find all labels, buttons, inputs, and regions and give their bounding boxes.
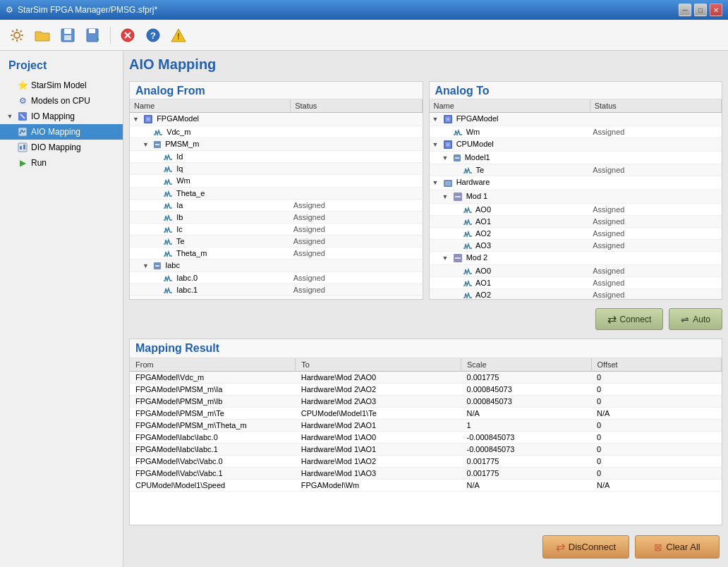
- mapping-from: FPGAModel\PMSM_m\Ib: [130, 396, 296, 408]
- mapping-from: FPGAModel\Vabc\Vabc.1: [130, 468, 296, 480]
- mapping-col-to: To: [296, 358, 461, 372]
- analog-from-row[interactable]: Iabc.0 Assigned: [130, 272, 422, 284]
- mapping-from: FPGAModel\Vdc_m: [130, 372, 296, 384]
- dio-icon: [17, 142, 28, 153]
- minimize-button[interactable]: ─: [679, 4, 691, 16]
- analog-to-row[interactable]: ▼ CPUModel: [430, 138, 722, 152]
- analog-from-row[interactable]: ▼ PMSM_m: [130, 138, 422, 151]
- analog-to-row[interactable]: ▼ Mod 1: [430, 190, 722, 203]
- analog-from-row[interactable]: Vdc_m: [130, 126, 422, 138]
- analog-from-row[interactable]: Ib Assigned: [130, 211, 422, 223]
- col-header-status-to: Status: [590, 99, 721, 113]
- settings-icon[interactable]: [6, 24, 28, 47]
- status-cell: [291, 296, 422, 299]
- sidebar-label-aio: AIO Mapping: [31, 127, 80, 137]
- mapping-to: CPUModel\Model1\Te: [296, 408, 461, 420]
- analog-to-row[interactable]: AO2 Assigned: [430, 289, 722, 299]
- mapping-result-panel: Mapping Result From To Scale Offset FPGA…: [129, 339, 722, 525]
- analog-to-row[interactable]: AO0 Assigned: [430, 203, 722, 215]
- analog-from-row[interactable]: Ic Assigned: [130, 223, 422, 235]
- mapping-row[interactable]: FPGAModel\Iabc\Iabc.1 Hardware\Mod 1\AO1…: [130, 444, 722, 456]
- clear-all-button[interactable]: ⊠ Clear All: [635, 535, 720, 559]
- analog-from-row[interactable]: ▼ FPGAModel: [130, 113, 422, 126]
- sidebar-item-dio-mapping[interactable]: DIO Mapping: [0, 140, 123, 155]
- help-icon[interactable]: ?: [142, 24, 164, 47]
- mapping-row[interactable]: FPGAModel\PMSM_m\Ia Hardware\Mod 2\AO2 0…: [130, 384, 722, 396]
- analog-from-row[interactable]: Theta_m Assigned: [130, 248, 422, 260]
- mapping-table-scroll[interactable]: From To Scale Offset FPGAModel\Vdc_m Har…: [130, 358, 722, 525]
- auto-button[interactable]: ⇌ Auto: [669, 308, 722, 330]
- folder-icon[interactable]: [31, 24, 54, 47]
- analog-from-row[interactable]: Te Assigned: [130, 235, 422, 247]
- save-as-icon[interactable]: [82, 24, 104, 47]
- analog-to-row[interactable]: ▼ Mod 2: [430, 252, 722, 265]
- mapping-row[interactable]: FPGAModel\PMSM_m\Te CPUModel\Model1\Te N…: [130, 408, 722, 420]
- io-icon: [17, 111, 28, 122]
- analog-to-row[interactable]: ▼ Model1: [430, 152, 722, 164]
- analog-to-row[interactable]: AO2 Assigned: [430, 227, 722, 239]
- analog-to-row[interactable]: AO0 Assigned: [430, 265, 722, 277]
- analog-from-row[interactable]: Iq: [130, 163, 422, 175]
- svg-rect-31: [447, 143, 449, 146]
- analog-to-row[interactable]: Wm Assigned: [430, 126, 722, 138]
- analog-from-row[interactable]: Wm: [130, 175, 422, 187]
- analog-to-scroll[interactable]: Name Status ▼ FPGAModel Wm Assigned: [430, 99, 722, 299]
- mapping-row[interactable]: FPGAModel\Vabc\Vabc.0 Hardware\Mod 1\AO2…: [130, 456, 722, 468]
- node-label: Id: [176, 152, 183, 161]
- mapping-row[interactable]: FPGAModel\Vdc_m Hardware\Mod 2\AO0 0.001…: [130, 372, 722, 384]
- analog-to-row[interactable]: AO1 Assigned: [430, 277, 722, 289]
- mapping-scale: -0.000845073: [461, 444, 591, 456]
- connect-button[interactable]: ⇄ Connect: [595, 308, 664, 330]
- analog-to-row[interactable]: ▼ FPGAModel: [430, 113, 722, 126]
- sidebar-title: Project: [0, 56, 123, 78]
- mapping-row[interactable]: FPGAModel\Iabc\Iabc.0 Hardware\Mod 1\AO0…: [130, 432, 722, 444]
- expand-icon: [6, 159, 14, 167]
- sidebar-item-starsim-model[interactable]: ⭐ StarSim Model: [0, 78, 123, 93]
- mapping-col-scale: Scale: [461, 358, 591, 372]
- analog-to-content: Name Status ▼ FPGAModel Wm Assigned: [430, 99, 722, 299]
- app-icon: ⚙: [6, 5, 13, 15]
- sidebar-item-models-cpu[interactable]: ⚙ Models on CPU: [0, 93, 123, 109]
- analog-from-scroll[interactable]: Name Status ▼ FPGAModel Vdc_m ▼: [130, 99, 423, 299]
- mapping-to: Hardware\Mod 2\AO1: [296, 420, 461, 432]
- mapping-offset: N/A: [591, 408, 722, 420]
- mapping-row[interactable]: FPGAModel\PMSM_m\Ib Hardware\Mod 2\AO3 0…: [130, 396, 722, 408]
- close-button[interactable]: ✕: [710, 4, 722, 16]
- mapping-from: FPGAModel\Iabc\Iabc.0: [130, 432, 296, 444]
- node-label: FPGAModel: [456, 114, 499, 123]
- maximize-button[interactable]: □: [694, 4, 707, 16]
- run-icon: ▶: [17, 157, 28, 169]
- mapping-row[interactable]: FPGAModel\PMSM_m\Theta_m Hardware\Mod 2\…: [130, 420, 722, 432]
- close-project-icon[interactable]: [116, 24, 139, 47]
- window-title: StarSim FPGA Manager/PMSG.sfprj*: [18, 5, 157, 15]
- mapping-from: FPGAModel\Iabc\Iabc.1: [130, 444, 296, 456]
- analog-to-row[interactable]: AO1 Assigned: [430, 215, 722, 227]
- analog-from-row[interactable]: Theta_e: [130, 187, 422, 199]
- save-icon[interactable]: [56, 24, 79, 47]
- sidebar-item-io-mapping[interactable]: ▼ IO Mapping: [0, 109, 123, 124]
- aio-icon: [17, 126, 28, 138]
- analog-to-row[interactable]: AO3 Assigned: [430, 239, 722, 251]
- node-label: AO1: [475, 279, 491, 287]
- status-cell: [291, 151, 422, 163]
- analog-from-row[interactable]: Ia Assigned: [130, 199, 422, 211]
- analog-from-row[interactable]: Iabc.2: [130, 296, 422, 299]
- mapping-offset: N/A: [591, 480, 722, 492]
- analog-from-row[interactable]: Id: [130, 151, 422, 163]
- sidebar-item-run[interactable]: ▶ Run: [0, 155, 123, 171]
- mapping-row[interactable]: CPUModel\Model1\Speed FPGAModel\Wm N/A N…: [130, 480, 722, 492]
- status-cell: Assigned: [590, 164, 721, 176]
- analog-from-row[interactable]: Iabc.1 Assigned: [130, 284, 422, 296]
- mapping-offset: 0: [591, 396, 722, 408]
- svg-rect-17: [20, 146, 22, 150]
- analog-to-row[interactable]: Te Assigned: [430, 164, 722, 176]
- warning-icon[interactable]: !: [167, 24, 190, 47]
- mapping-row[interactable]: FPGAModel\Vabc\Vabc.1 Hardware\Mod 1\AO3…: [130, 468, 722, 480]
- sidebar-item-aio-mapping[interactable]: AIO Mapping: [0, 124, 123, 140]
- disconnect-button[interactable]: ⇄ DisConnect: [542, 535, 629, 559]
- analog-from-row[interactable]: ▼ Iabc: [130, 260, 422, 272]
- auto-icon: ⇌: [681, 314, 689, 325]
- status-cell: [291, 175, 422, 187]
- analog-to-row[interactable]: ▼ Hardware: [430, 176, 722, 190]
- analog-from-title: Analog From: [130, 82, 423, 99]
